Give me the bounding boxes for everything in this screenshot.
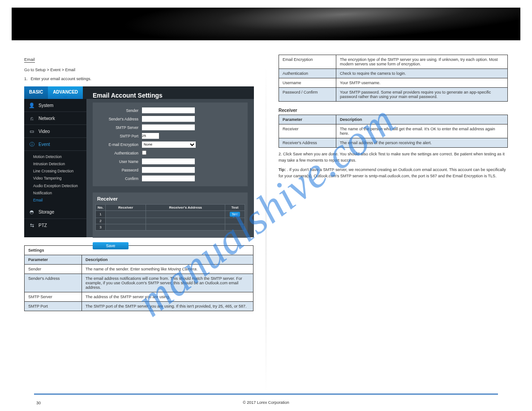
- receiver-row: 3: [96, 224, 245, 231]
- settings-cell-desc: The encryption type of the SMTP server y…: [336, 55, 508, 69]
- save-row: Save: [93, 242, 248, 249]
- sidebar-sub-notification[interactable]: Notification: [33, 189, 86, 197]
- rcv-td-address[interactable]: [146, 218, 225, 224]
- settings-row: SMTP PortThe SMTP port of the SMTP serve…: [25, 302, 253, 311]
- rcv-th-receiver: Receiver: [106, 205, 146, 211]
- tab-basic[interactable]: BASIC: [24, 86, 48, 99]
- sidebar-item-system[interactable]: 👤System: [24, 99, 86, 112]
- sidebar-sub-motion[interactable]: Motion Detection: [33, 153, 86, 160]
- label-smtp-server: SMTP Server: [97, 125, 142, 130]
- input-password[interactable]: [142, 167, 195, 173]
- rcv-td-receiver[interactable]: [106, 224, 146, 231]
- settings-hdr-desc: Description: [82, 255, 253, 265]
- ui-receiver-table: No. Receiver Receiver's Address Test 1: [95, 204, 245, 231]
- label-sender-address: Sender's Address: [97, 117, 142, 121]
- step-1-text: Enter your email account settings.: [31, 77, 92, 81]
- sidebar-item-label: System: [39, 103, 53, 108]
- ui-form-panel: Sender Sender's Address SMTP Server SMTP…: [93, 103, 248, 186]
- rcv-td-no: 3: [96, 224, 106, 231]
- step-2-text: Click Save when you are done. You should…: [279, 152, 505, 163]
- footer-copyright: © 2017 Lorex Corporation: [12, 400, 520, 405]
- label-confirm: Confirm: [97, 176, 142, 181]
- ui-receiver-title: Receiver: [97, 196, 245, 201]
- settings-cell-desc: Your SMTP password. Some email providers…: [336, 88, 508, 102]
- settings-row: UsernameYour SMTP username.: [279, 78, 508, 88]
- video-icon: ▭: [28, 128, 36, 134]
- input-smtp-port[interactable]: [142, 133, 159, 139]
- ui-sidebar: 👤System ⎌Network ▭Video ⓘEvent Motion De…: [24, 99, 86, 237]
- label-username: User Name: [97, 159, 142, 164]
- settings-cell-desc: Check to require the camera to login.: [336, 69, 508, 78]
- label-smtp-port: SMTP Port: [97, 134, 142, 138]
- sidebar-item-network[interactable]: ⎌Network: [24, 112, 86, 125]
- rspec-cell-desc: The email address of the person receivin…: [336, 138, 508, 148]
- sidebar-item-ptz[interactable]: ⇆PTZ: [24, 219, 86, 232]
- input-sender[interactable]: [142, 107, 195, 113]
- settings-cell-param: Sender's Address: [25, 274, 82, 292]
- footer-rule: [34, 394, 498, 394]
- settings-cell-desc: The email address notifications will com…: [82, 274, 253, 292]
- ptz-icon: ⇆: [28, 223, 36, 228]
- rspec-hdr-param: Parameter: [279, 115, 336, 124]
- sidebar-event-children: Motion Detection Intrusion Detection Lin…: [24, 151, 86, 206]
- receiver-row: 2: [96, 218, 245, 224]
- column-right: Email EncryptionThe encryption type of t…: [266, 50, 520, 395]
- sidebar-item-video[interactable]: ▭Video: [24, 125, 86, 138]
- input-username[interactable]: [142, 158, 195, 164]
- rspec-row: ReceiverThe name of the person who will …: [279, 124, 508, 138]
- label-password: Password: [97, 168, 142, 172]
- settings-cell-desc: The address of the SMTP server you are u…: [82, 292, 253, 302]
- intro-path: Go to Setup > Event > Email: [24, 67, 253, 73]
- settings-table-right: Email EncryptionThe encryption type of t…: [279, 55, 508, 102]
- sidebar-item-event[interactable]: ⓘEvent: [24, 138, 86, 151]
- rspec-cell-desc: The name of the person who will get the …: [336, 124, 508, 138]
- settings-cell-desc: The SMTP port of the SMTP server you are…: [82, 302, 253, 311]
- sidebar-item-label: PTZ: [39, 223, 47, 228]
- rcv-td-receiver[interactable]: [106, 218, 146, 224]
- sidebar-item-label: Storage: [39, 210, 54, 214]
- rspec-hdr-desc: Description: [336, 115, 508, 124]
- disk-icon: ◓: [28, 209, 36, 215]
- receiver-section-heading: Receiver: [279, 108, 508, 113]
- rcv-td-no: 1: [96, 211, 106, 218]
- input-smtp-server[interactable]: [142, 124, 195, 130]
- sidebar-sub-audio[interactable]: Audio Exception Detection: [33, 182, 86, 189]
- select-encryption[interactable]: None: [142, 141, 196, 148]
- sidebar-sub-tamper[interactable]: Video Tampering: [33, 175, 86, 182]
- sidebar-sub-line[interactable]: Line Crossing Detection: [33, 167, 86, 175]
- top-banner: [12, 8, 520, 40]
- column-left: Email Go to Setup > Event > Email 1. Ent…: [12, 50, 266, 395]
- save-button[interactable]: Save: [93, 242, 129, 249]
- network-icon: ⎌: [28, 116, 36, 121]
- label-auth: Authentication: [97, 151, 142, 155]
- rspec-cell-param: Receiver's Address: [279, 138, 336, 148]
- sidebar-sub-intrusion[interactable]: Intrusion Detection: [33, 160, 86, 167]
- rcv-td-receiver[interactable]: [106, 211, 146, 218]
- section-heading-email: Email: [24, 57, 35, 63]
- rcv-td-no: 2: [96, 218, 106, 224]
- input-confirm[interactable]: [142, 176, 195, 181]
- settings-cell-param: SMTP Server: [25, 292, 82, 302]
- tab-advanced[interactable]: ADVANCED: [48, 86, 83, 99]
- test-button[interactable]: Test: [230, 212, 240, 217]
- sidebar-sub-email[interactable]: Email: [33, 197, 86, 204]
- smtp-tip: Tip: . If you don't have a SMTP server, …: [279, 167, 508, 179]
- settings-row: AuthenticationCheck to require the camer…: [279, 69, 508, 78]
- settings-cell-param: SMTP Port: [25, 302, 82, 311]
- settings-cell-desc: The name of the sender. Enter something …: [82, 265, 253, 274]
- rcv-th-no: No.: [96, 205, 106, 211]
- step-1-number: 1.: [24, 76, 30, 82]
- rcv-td-address[interactable]: [146, 224, 225, 231]
- rcv-td-address[interactable]: [146, 211, 225, 218]
- input-sender-address[interactable]: [142, 116, 195, 122]
- ui-title: Email Account Settings: [93, 92, 248, 99]
- rspec-row: Receiver's AddressThe email address of t…: [279, 138, 508, 148]
- ui-receiver-panel: Receiver No. Receiver Receiver's Address…: [93, 193, 248, 238]
- rcv-th-test: Test: [225, 205, 245, 211]
- checkbox-auth[interactable]: [142, 150, 146, 155]
- sidebar-item-storage[interactable]: ◓Storage: [24, 206, 86, 219]
- settings-hdr-param: Parameter: [25, 255, 82, 265]
- person-icon: 👤: [28, 103, 36, 108]
- step-2-number: 2.: [279, 152, 282, 156]
- settings-cell-param: Email Encryption: [279, 55, 336, 69]
